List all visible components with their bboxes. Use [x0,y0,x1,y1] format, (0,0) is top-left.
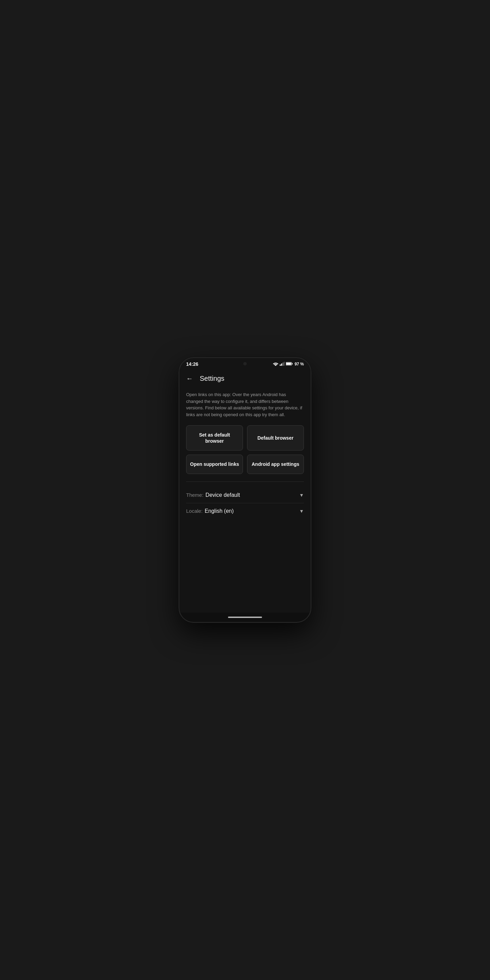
content-area: Open links on this app: Over the years A… [179,387,311,612]
status-icons: 97 % [273,362,304,367]
divider-1 [186,482,304,482]
camera-notch [243,362,247,366]
status-time: 14:26 [186,361,198,367]
svg-rect-6 [286,363,291,364]
set-as-default-browser-button[interactable]: Set as default browser [186,425,243,450]
theme-value: Device default [205,492,299,498]
wifi-icon [273,362,278,367]
home-indicator [179,612,311,622]
default-browser-button[interactable]: Default browser [247,425,304,450]
svg-rect-3 [284,362,285,366]
locale-setting-row[interactable]: Locale: English (en) ▼ [186,503,304,519]
svg-rect-0 [280,364,281,366]
svg-rect-1 [281,363,282,366]
home-bar [228,617,262,618]
android-app-settings-button[interactable]: Android app settings [247,455,304,474]
phone-frame: 14:26 [179,357,311,623]
theme-setting-row[interactable]: Theme: Device default ▼ [186,487,304,503]
signal-icon [280,362,285,367]
battery-icon [286,362,293,367]
locale-label: Locale: [186,508,202,514]
description-text: Open links on this app: Over the years A… [186,391,304,418]
theme-label: Theme: [186,492,204,498]
screen: ← Settings Open links on this app: Over … [179,369,311,612]
open-supported-links-button[interactable]: Open supported links [186,455,243,474]
locale-dropdown-icon: ▼ [299,508,304,514]
back-button[interactable]: ← [185,374,194,383]
theme-dropdown-icon: ▼ [299,492,304,498]
page-title: Settings [200,375,224,382]
svg-rect-5 [292,363,292,364]
toolbar: ← Settings [179,369,311,387]
battery-percent: 97 % [295,362,304,366]
svg-rect-2 [282,363,283,366]
locale-value: English (en) [205,508,299,514]
buttons-grid: Set as default browser Default browser O… [186,425,304,474]
